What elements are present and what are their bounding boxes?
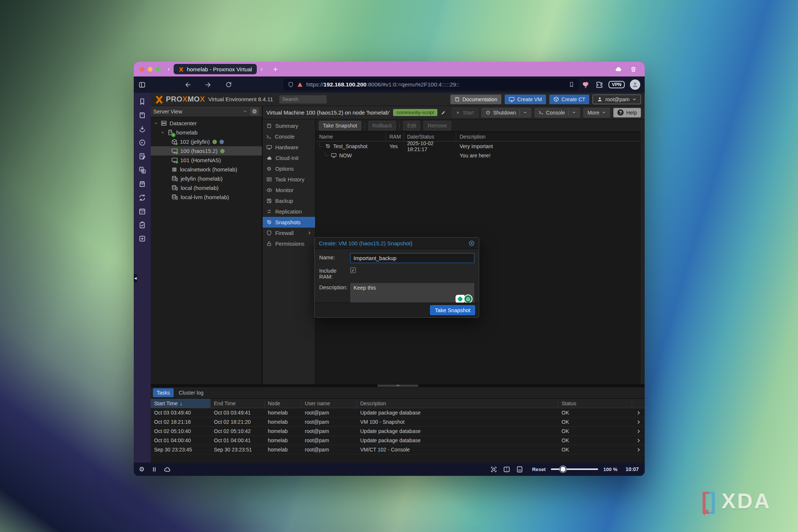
maximize-window-button[interactable]: [156, 67, 161, 72]
tab-tasks[interactable]: Tasks: [153, 388, 174, 397]
chevron-down-icon[interactable]: [523, 110, 527, 115]
nav-options[interactable]: ⚙Options: [263, 163, 315, 174]
panel-splitter[interactable]: [151, 384, 645, 387]
zoom-slider-knob[interactable]: [560, 466, 566, 473]
nav-firewall[interactable]: Firewall: [263, 228, 315, 238]
archive-icon[interactable]: [139, 180, 146, 188]
column-header-ram[interactable]: RAM: [386, 132, 404, 141]
send-tab-icon[interactable]: [139, 139, 146, 146]
url-bar[interactable]: https://192.168.100.200:8006/#v1:0:=qemu…: [283, 79, 579, 91]
include-ram-checkbox[interactable]: ✓: [350, 267, 356, 273]
nav-summary[interactable]: Summary: [263, 120, 315, 131]
remove-button[interactable]: Remove: [423, 121, 451, 130]
nav-snapshots[interactable]: Snapshots: [263, 217, 315, 228]
chevron-down-icon[interactable]: [572, 110, 576, 115]
documentation-button[interactable]: Documentation: [450, 95, 501, 104]
close-window-button[interactable]: [140, 67, 144, 72]
tree-item-vm-101[interactable]: 101 (HomeNAS): [151, 156, 262, 165]
splitter-grip[interactable]: [378, 385, 418, 387]
create-vm-button[interactable]: Create VM: [505, 95, 546, 104]
page-source-icon[interactable]: [516, 466, 523, 473]
bookmark-icon[interactable]: [569, 82, 574, 88]
tasks-clipboard-icon[interactable]: [139, 221, 146, 229]
column-header-date[interactable]: Date/Status: [404, 132, 456, 141]
chevron-right-icon[interactable]: [636, 410, 641, 415]
column-header-start-time[interactable]: Start Time↓: [151, 399, 211, 408]
column-header-name[interactable]: Name: [316, 132, 386, 141]
tree-item-storage-local[interactable]: local (homelab): [151, 183, 262, 192]
notes-icon[interactable]: [139, 153, 146, 160]
grammarly-widget[interactable]: G: [456, 294, 473, 303]
take-snapshot-button[interactable]: Take Snapshot: [319, 121, 361, 130]
split-view-icon[interactable]: [503, 466, 510, 473]
nav-permissions[interactable]: Permissions: [263, 238, 315, 249]
zoom-slider[interactable]: [551, 468, 598, 470]
calendar-icon[interactable]: [139, 208, 146, 215]
column-header-node[interactable]: Node: [265, 399, 301, 408]
tab-scroll-right-icon[interactable]: ›: [257, 65, 266, 73]
expand-caret-icon[interactable]: [154, 121, 158, 125]
back-icon[interactable]: [185, 81, 192, 88]
description-textarea[interactable]: Keep this G: [350, 283, 474, 305]
minimize-window-button[interactable]: [148, 67, 153, 72]
settings-gear-icon[interactable]: ⚙: [139, 466, 144, 473]
translate-icon[interactable]: [139, 166, 146, 174]
zoom-reset-button[interactable]: Reset: [532, 467, 546, 472]
tree-item-datacenter[interactable]: Datacenter: [151, 119, 262, 128]
task-row[interactable]: Oct 02 18:21:16Oct 02 18:21:20homelabroo…: [151, 417, 645, 427]
vpn-badge[interactable]: VPN: [608, 81, 625, 88]
column-header-status[interactable]: Status: [558, 399, 632, 408]
view-selector[interactable]: Server View ⚙: [151, 106, 262, 117]
chevron-right-icon[interactable]: [636, 420, 641, 424]
downloads-icon[interactable]: [139, 125, 146, 133]
trash-icon[interactable]: [630, 66, 637, 72]
dialog-take-snapshot-button[interactable]: Take Snapshot: [430, 305, 475, 315]
sync-icon[interactable]: [139, 194, 146, 201]
column-header-description[interactable]: Description: [357, 399, 558, 408]
snapshot-name-input[interactable]: [350, 253, 474, 263]
extensions-puzzle-icon[interactable]: [596, 81, 603, 88]
cloud-status-icon[interactable]: [164, 466, 171, 473]
add-icon[interactable]: [139, 235, 146, 242]
browser-tab[interactable]: homelab - Proxmox Virtual: [174, 64, 257, 74]
help-button[interactable]: ? Help: [613, 108, 641, 117]
column-header-user[interactable]: User name: [301, 399, 357, 408]
tracking-shield-icon[interactable]: [288, 82, 294, 88]
chevron-right-icon[interactable]: [636, 447, 641, 452]
nav-backup[interactable]: Backup: [263, 195, 315, 206]
nav-hardware[interactable]: Hardware: [263, 142, 315, 153]
sync-cloud-icon[interactable]: [615, 65, 622, 73]
task-row[interactable]: Oct 03 03:49:40Oct 03 03:49:41homelabroo…: [151, 408, 645, 417]
edit-tags-pencil-icon[interactable]: [441, 110, 446, 115]
tree-item-vm-100[interactable]: 100 (haos15.2): [151, 146, 262, 156]
reload-icon[interactable]: [225, 81, 232, 88]
screenshot-lens-icon[interactable]: [490, 466, 497, 473]
brain-extension-icon[interactable]: [582, 81, 590, 89]
column-header-description[interactable]: Description: [456, 132, 645, 141]
tab-scroll-left-icon[interactable]: ‹: [164, 65, 174, 73]
snapshot-row[interactable]: Test_Snapshot Yes 2025-10-02 18:21:17 Ve…: [316, 141, 645, 151]
tree-item-localnetwork[interactable]: localnetwork (homelab): [151, 165, 262, 174]
column-header-end-time[interactable]: End Time: [211, 399, 265, 408]
expand-caret-icon[interactable]: [160, 130, 165, 134]
close-icon[interactable]: [468, 240, 475, 246]
dialog-header[interactable]: Create: VM 100 (haos15.2) Snapshot}: [315, 238, 479, 249]
shutdown-button[interactable]: Shutdown: [481, 108, 531, 117]
nav-replication[interactable]: Replication: [263, 206, 315, 217]
task-row[interactable]: Oct 02 05:10:40Oct 02 05:10:42homelabroo…: [151, 427, 645, 436]
pause-icon[interactable]: [151, 466, 157, 473]
tab-cluster-log[interactable]: Cluster log: [175, 388, 207, 397]
sidebar-collapse-handle[interactable]: ◀: [134, 274, 137, 282]
tree-item-ct-102[interactable]: 102 (jellyfin): [151, 137, 262, 146]
nav-console[interactable]: Console: [263, 131, 315, 142]
task-row[interactable]: Sep 30 23:23:45Sep 30 23:23:51homelabroo…: [151, 445, 645, 454]
sidebar-toggle-icon[interactable]: [139, 81, 146, 88]
user-menu-button[interactable]: root@pam: [593, 95, 641, 104]
task-row[interactable]: Oct 01 04:00:40Oct 01 04:00:41homelabroo…: [151, 436, 645, 445]
new-tab-button[interactable]: [272, 66, 279, 72]
more-button[interactable]: More: [583, 108, 610, 117]
tree-item-storage-jellyfin[interactable]: jellyfin (homelab): [151, 174, 262, 183]
nav-cloud-init[interactable]: Cloud-Init: [263, 153, 315, 163]
edit-button[interactable]: Edit: [403, 121, 420, 130]
tree-settings-button[interactable]: ⚙: [250, 107, 259, 116]
